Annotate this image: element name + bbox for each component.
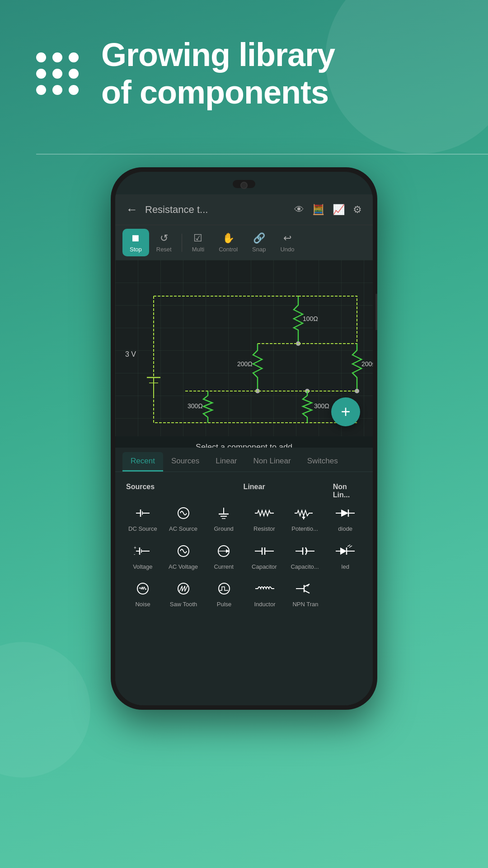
svg-text:100Ω: 100Ω	[303, 315, 318, 322]
svg-point-56	[219, 583, 230, 594]
dc-source-label: DC Source	[128, 525, 157, 533]
eye-off-icon[interactable]: 👁	[294, 204, 304, 216]
category-tabs: Recent Sources Linear Non Linear Switche…	[115, 448, 373, 472]
diode-item[interactable]: diode	[325, 501, 366, 535]
led-label: led	[342, 563, 349, 571]
diode-label: diode	[338, 525, 352, 533]
inductor-item[interactable]: Inductor	[244, 576, 285, 611]
header-tagline: Growing library of components	[101, 36, 335, 111]
npn-item[interactable]: NPN Tran	[285, 576, 326, 611]
ground-label: Ground	[214, 525, 233, 533]
multi-button[interactable]: ☑ Multi	[185, 229, 211, 256]
noise-label: Noise	[135, 601, 150, 608]
capacitor2-item[interactable]: Capacito...	[285, 539, 325, 573]
npn-icon	[293, 579, 318, 598]
pulse-icon	[212, 579, 236, 598]
stop-label: Stop	[130, 246, 142, 253]
potentiometer-item[interactable]: Potentio...	[285, 501, 325, 535]
potentiometer-icon	[293, 504, 317, 523]
circuit-canvas[interactable]: 3 V	[115, 260, 373, 436]
svg-line-63	[304, 590, 310, 593]
tab-nonlinear[interactable]: Non Linear	[245, 452, 299, 472]
diode-icon	[333, 504, 357, 523]
nonlinear-section-label: Non Lin...	[333, 483, 366, 499]
settings-icon[interactable]: ⚙	[353, 204, 362, 216]
dots-grid-icon	[36, 52, 79, 95]
component-row-3: Noise Saw Tooth	[122, 576, 366, 611]
add-icon: +	[341, 402, 350, 421]
ac-source-item[interactable]: AC Source	[163, 501, 204, 535]
ac-voltage-label: AC Voltage	[169, 563, 198, 571]
capacitor-label: Capacitor	[252, 563, 277, 571]
multi-label: Multi	[192, 246, 204, 253]
add-component-button[interactable]: +	[331, 397, 360, 426]
svg-text:-: -	[134, 552, 135, 557]
ground-icon	[211, 504, 236, 523]
saw-tooth-label: Saw Tooth	[170, 601, 197, 608]
circuit-title: Resistance t...	[145, 204, 287, 216]
component-panel: Recent Sources Linear Non Linear Switche…	[115, 448, 373, 705]
svg-line-53	[349, 546, 352, 547]
phone-camera	[240, 182, 248, 189]
current-icon	[211, 542, 236, 561]
stop-icon: ⏹	[131, 232, 141, 244]
toolbar: ⏹ Stop ↺ Reset ☑ Multi ✋ Control	[115, 225, 373, 260]
resistor-item[interactable]: Resistor	[244, 501, 285, 535]
snap-icon: 🔗	[253, 232, 265, 244]
svg-marker-26	[302, 517, 305, 519]
tab-sources[interactable]: Sources	[163, 452, 207, 472]
inductor-label: Inductor	[254, 601, 276, 608]
undo-label: Undo	[280, 246, 294, 253]
voltage-item[interactable]: +- Voltage	[122, 539, 163, 573]
current-item[interactable]: Current	[203, 539, 244, 573]
back-button[interactable]: ←	[126, 203, 138, 217]
svg-text:+: +	[134, 545, 136, 550]
tab-switches[interactable]: Switches	[299, 452, 346, 472]
undo-button[interactable]: ↩ Undo	[273, 229, 301, 256]
tab-linear[interactable]: Linear	[207, 452, 245, 472]
saw-tooth-icon	[171, 579, 196, 598]
ac-voltage-icon	[171, 542, 196, 561]
voltage-icon: +-	[131, 542, 155, 561]
svg-text:200Ω: 200Ω	[361, 360, 373, 368]
current-label: Current	[214, 563, 234, 571]
saw-tooth-item[interactable]: Saw Tooth	[163, 576, 204, 611]
dc-source-item[interactable]: DC Source	[122, 501, 163, 535]
pulse-label: Pulse	[217, 601, 232, 608]
component-grid: Sources Linear Non Lin... DC Sour	[115, 472, 373, 622]
noise-item[interactable]: Noise	[122, 576, 163, 611]
ground-item[interactable]: Ground	[203, 501, 244, 535]
control-icon: ✋	[222, 232, 235, 244]
svg-marker-28	[341, 509, 348, 517]
tab-recent[interactable]: Recent	[122, 452, 163, 472]
undo-icon: ↩	[283, 232, 291, 244]
noise-icon	[131, 579, 155, 598]
ac-voltage-item[interactable]: AC Voltage	[163, 539, 204, 573]
multi-icon: ☑	[193, 232, 202, 244]
reset-icon: ↺	[160, 232, 168, 244]
snap-button[interactable]: 🔗 Snap	[245, 229, 273, 256]
capacitor-icon	[252, 542, 277, 561]
control-button[interactable]: ✋ Control	[211, 229, 245, 256]
reset-label: Reset	[156, 246, 172, 253]
ac-source-icon	[171, 504, 196, 523]
screen-content: ← Resistance t... 👁 🧮 📈 ⚙ ⏹ Stop	[115, 194, 373, 705]
capacitor-item[interactable]: Capacitor	[244, 539, 285, 573]
chart-icon[interactable]: 📈	[333, 204, 345, 216]
led-item[interactable]: led	[325, 539, 366, 573]
capacitor2-icon	[293, 542, 317, 561]
reset-button[interactable]: ↺ Reset	[149, 229, 179, 256]
header-divider	[36, 154, 488, 155]
snap-label: Snap	[252, 246, 266, 253]
calculator-icon[interactable]: 🧮	[312, 204, 324, 216]
resistor-label: Resistor	[253, 525, 275, 533]
header-section: Growing library of components	[0, 36, 488, 111]
voltage-label-item: Voltage	[133, 563, 152, 571]
pulse-item[interactable]: Pulse	[204, 576, 244, 611]
sources-section-label: Sources	[122, 483, 244, 499]
capacitor2-label: Capacito...	[291, 563, 319, 571]
phone-mockup: ← Resistance t... 👁 🧮 📈 ⚙ ⏹ Stop	[111, 167, 377, 710]
component-row-1: DC Source AC Source	[122, 501, 366, 535]
top-icons-group: 👁 🧮 📈 ⚙	[294, 204, 362, 216]
stop-button[interactable]: ⏹ Stop	[122, 229, 149, 256]
